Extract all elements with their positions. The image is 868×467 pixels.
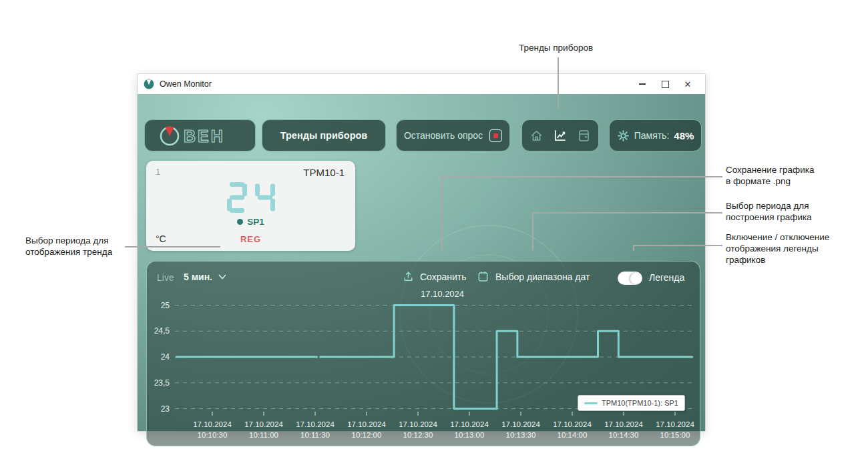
svg-text:17.10.2024: 17.10.2024 [501,420,540,428]
memory-label: Память: [634,130,670,141]
svg-text:23: 23 [161,404,170,414]
annotation-legend-toggle: Включение / отключение отображения леген… [726,231,859,266]
callout-line-range-v [532,212,533,250]
window-controls: ✕ [631,75,699,93]
trends-page-button[interactable]: Тренды приборов [262,119,386,151]
period-dropdown[interactable]: 5 мин. [184,272,226,282]
svg-text:10:13:00: 10:13:00 [455,431,485,439]
annotation-plot-period: Выбор периода для построения графика [726,200,853,223]
upload-save-icon [402,270,415,283]
close-button[interactable]: ✕ [676,75,699,93]
date-range-label: Выбор диапазона дат [495,272,590,282]
annotation-trends: Тренды приборов [519,42,606,53]
svg-text:10:11:00: 10:11:00 [249,431,278,439]
callout-line-toggle-v [633,245,634,251]
stop-polling-label: Остановить опрос [404,130,483,141]
live-label: Live [157,272,174,283]
owen-app-icon [144,79,154,89]
trend-chart-panel: 2524,52423,52317.10.202410:10:3017.10.20… [146,261,700,446]
stop-icon [489,129,502,142]
owen-logo-icon: ВЕН [157,123,244,148]
svg-text:25: 25 [161,301,170,310]
svg-text:10:14:30: 10:14:30 [609,431,639,439]
legend-label: Легенда [649,272,684,283]
svg-text:17.10.2024: 17.10.2024 [296,420,335,428]
legend-toggle-knob [630,273,642,284]
annotation-trend-period: Выбор периода для отображения тренда [25,235,132,258]
window-title: Owen Monitor [160,79,212,89]
page: Owen Monitor ✕ ВЕН Тренды приборов [0,0,868,467]
callout-line-trend-period [125,246,220,248]
annotation-save-png: Сохранение графика в формате .png [726,164,853,187]
svg-text:17.10.2024: 17.10.2024 [347,420,386,428]
window-body: ВЕН Тренды приборов Остановить опрос [138,94,705,431]
trends-page-label: Тренды приборов [280,130,368,141]
period-value: 5 мин. [184,272,212,282]
calendar-icon [477,270,489,283]
svg-text:10:11:30: 10:11:30 [300,431,330,439]
trend-chart-icon[interactable] [553,128,568,143]
setpoint-dot-icon [237,219,243,225]
legend-line-swatch [584,402,598,404]
svg-text:10:12:00: 10:12:00 [352,431,382,439]
maximize-icon [662,81,669,88]
callout-line-range-h [532,212,722,213]
device-archive-icon[interactable] [577,129,591,143]
svg-text:17.10.2024: 17.10.2024 [656,420,694,428]
svg-text:17.10.2024: 17.10.2024 [399,420,437,428]
save-png-button[interactable]: Сохранить [402,270,467,283]
minimize-icon [639,83,646,84]
svg-text:23,5: 23,5 [154,378,170,388]
legend-series-label: TPM10(TPM10-1): SP1 [602,399,678,407]
device-index: 1 [156,167,160,177]
svg-text:24: 24 [161,352,170,362]
svg-text:17.10.2024: 17.10.2024 [244,420,283,428]
gear-icon [617,129,630,142]
svg-text:10:13:30: 10:13:30 [506,431,536,439]
svg-text:17.10.2024: 17.10.2024 [193,420,232,428]
svg-text:17.10.2024: 17.10.2024 [450,420,489,428]
chevron-down-icon [218,274,226,280]
callout-line-trends [558,57,559,109]
memory-value: 48% [674,130,694,141]
device-card[interactable]: 1 TPM10-1 SP1 °C REG [146,161,355,251]
memory-button[interactable]: Память: 48% [609,119,702,151]
svg-text:17.10.2024: 17.10.2024 [604,420,643,428]
maximize-button[interactable] [654,75,676,93]
setpoint-label: SP1 [247,217,264,227]
svg-text:10:12:30: 10:12:30 [403,431,433,439]
svg-text:24,5: 24,5 [154,326,170,336]
app-window: Owen Monitor ✕ ВЕН Тренды приборов [137,73,706,432]
callout-line-save-v [441,176,443,250]
callout-line-save-h [441,176,722,177]
device-value-display [146,182,355,213]
device-status: REG [146,234,355,244]
date-range-button[interactable]: Выбор диапазона дат [477,270,590,283]
nav-icons-group [521,119,599,151]
stop-polling-button[interactable]: Остановить опрос [396,119,510,151]
setpoint-row: SP1 [146,217,355,227]
svg-text:10:14:00: 10:14:00 [558,431,588,439]
svg-text:ВЕН: ВЕН [184,127,225,145]
legend-toggle[interactable] [618,272,642,285]
save-label: Сохранить [420,272,467,282]
svg-text:10:10:30: 10:10:30 [198,431,228,439]
callout-line-toggle-h [633,245,722,246]
chart-legend: TPM10(TPM10-1): SP1 [578,395,685,411]
owen-logo-button[interactable]: ВЕН [144,119,256,151]
minimize-button[interactable] [631,75,654,93]
home-icon[interactable] [529,129,544,143]
window-titlebar: Owen Monitor ✕ [138,74,705,94]
device-model: TPM10-1 [303,167,345,178]
svg-text:17.10.2024: 17.10.2024 [553,420,592,428]
save-date-label: 17.10.2024 [421,289,464,299]
svg-text:10:15:00: 10:15:00 [660,431,690,439]
